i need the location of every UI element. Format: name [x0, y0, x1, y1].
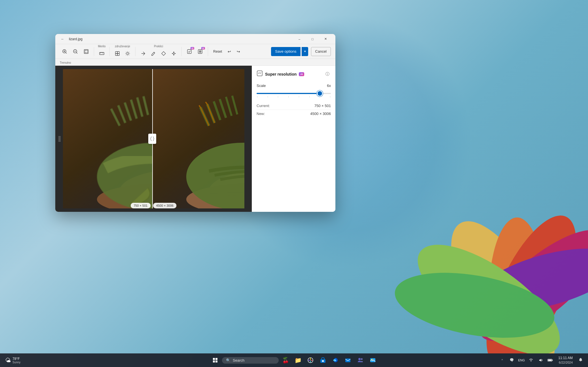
photo-left — [63, 69, 152, 208]
search-label: Search — [233, 358, 244, 362]
taskbar-right: ^ ENG 11:11 AM 6/22/2024 — [498, 355, 588, 366]
close-button[interactable]: ✕ — [319, 35, 332, 44]
brightness-button[interactable] — [123, 49, 132, 58]
svg-point-86 — [361, 358, 363, 360]
taskbar-icon-mail[interactable] — [342, 355, 354, 366]
clock[interactable]: 11:11 AM 6/22/2024 — [556, 355, 575, 366]
current-resolution-row: Current: 750 × 501 — [257, 102, 331, 110]
weather-cond: Sunny — [12, 361, 20, 364]
svg-rect-78 — [215, 358, 217, 360]
system-tray: ^ ENG — [498, 356, 555, 365]
taskbar-icon-teams[interactable] — [355, 355, 366, 366]
weather-widget[interactable]: 🌤 78°F Sunny — [3, 356, 23, 365]
taskbar-icon-photos[interactable] — [367, 355, 378, 366]
svg-point-85 — [358, 358, 361, 360]
new-value: 4500 × 3006 — [310, 112, 331, 116]
pencil-button[interactable] — [149, 49, 158, 58]
slider-ticks — [257, 96, 331, 97]
slider-container[interactable] — [257, 91, 331, 97]
preklici-button[interactable] — [138, 49, 148, 58]
weather-icon: 🌤 — [5, 357, 11, 364]
zoom-out-button[interactable] — [71, 47, 80, 56]
taskbar-icon-colorful[interactable] — [305, 355, 316, 366]
merilo-tool-button[interactable] — [97, 49, 107, 58]
svg-rect-76 — [257, 71, 262, 76]
search-bar[interactable]: 🔍 Search — [222, 357, 279, 364]
tray-language[interactable]: ENG — [517, 356, 526, 365]
svg-point-3 — [464, 213, 588, 353]
svg-rect-79 — [213, 360, 215, 362]
zdruzevanje-group: združevanje — [113, 45, 132, 58]
save-dropdown-button[interactable]: ▾ — [302, 47, 308, 56]
save-options-button[interactable]: Save options — [271, 47, 300, 56]
new-label: New: — [257, 112, 265, 116]
svg-marker-35 — [162, 52, 166, 56]
clock-date: 6/22/2024 — [558, 360, 573, 365]
reset-button[interactable]: Reset — [211, 48, 224, 55]
title-bar: ← lizard.jpg – □ ✕ — [55, 34, 335, 44]
ai-tool2-button[interactable]: AI — [195, 47, 205, 56]
svg-line-30 — [129, 55, 129, 55]
taskbar-icon-folder[interactable]: 📁 — [292, 355, 304, 366]
maximize-button[interactable]: □ — [306, 35, 319, 44]
merilo-label: Merilo — [98, 45, 105, 48]
taskbar-icon-store[interactable] — [317, 355, 329, 366]
scale-row: Scale 6x — [257, 84, 331, 88]
taskbar-icon-edge[interactable] — [330, 355, 341, 366]
slider-thumb[interactable] — [318, 91, 322, 96]
svg-rect-80 — [215, 360, 217, 362]
svg-rect-20 — [115, 52, 117, 54]
image-area[interactable]: 750 × 501 4500 × 3006 — [55, 66, 252, 212]
svg-rect-84 — [345, 359, 350, 362]
new-resolution-row: New: 4500 × 3006 — [257, 110, 331, 118]
tray-battery[interactable] — [546, 356, 555, 365]
tray-wifi[interactable] — [526, 356, 536, 365]
super-resolution-icon — [257, 70, 263, 78]
zdruzevanje-button[interactable] — [113, 49, 122, 58]
eraser-button[interactable] — [159, 49, 168, 58]
fit-button[interactable] — [81, 47, 91, 56]
start-button[interactable] — [210, 355, 221, 366]
scale-value: 6x — [327, 84, 331, 88]
minimize-button[interactable]: – — [293, 35, 306, 44]
photo-right — [152, 69, 244, 208]
svg-rect-83 — [322, 360, 324, 362]
svg-line-8 — [65, 52, 67, 54]
cancel-button[interactable]: Cancel — [311, 47, 331, 56]
undo-button[interactable]: ↩ — [225, 48, 233, 56]
svg-point-6 — [390, 262, 559, 349]
taskbar-left: 🌤 78°F Sunny — [0, 356, 57, 365]
svg-rect-14 — [84, 50, 88, 54]
ruler-side — [58, 127, 62, 150]
ai-tool1-button[interactable]: AI — [185, 47, 194, 56]
window-title: lizard.jpg — [69, 37, 291, 41]
app-window: ← lizard.jpg – □ ✕ Merilo — [55, 34, 335, 212]
svg-rect-77 — [213, 358, 215, 360]
split-handle[interactable] — [148, 134, 156, 144]
sparkle-button[interactable] — [169, 49, 179, 58]
clock-time: 11:11 AM — [558, 356, 573, 360]
svg-rect-38 — [199, 50, 201, 53]
info-button[interactable]: ⓘ — [324, 71, 331, 78]
svg-point-0 — [431, 206, 575, 353]
svg-line-29 — [126, 52, 127, 53]
notification-button[interactable] — [576, 356, 585, 365]
taskbar-icon-cherry[interactable]: 🍒 — [280, 355, 291, 366]
taskbar: 🌤 78°F Sunny 🔍 Search 🍒 � — [0, 353, 588, 367]
redo-button[interactable]: ↪ — [234, 48, 242, 56]
panel-title: Super resolution — [265, 72, 297, 76]
taskbar-center: 🔍 Search 🍒 📁 — [210, 355, 378, 366]
tray-chat[interactable] — [507, 356, 516, 365]
preklici-label: Preklici — [154, 45, 163, 48]
back-button[interactable]: ← — [59, 35, 67, 43]
tray-chevron[interactable]: ^ — [498, 356, 507, 365]
panel-title-group: Super resolution AI — [257, 70, 304, 78]
svg-point-5 — [401, 225, 576, 353]
weather-temp: 78°F — [12, 357, 20, 361]
zoom-in-button[interactable] — [60, 47, 69, 56]
tray-sound[interactable] — [536, 356, 545, 365]
slider-fill — [257, 93, 320, 94]
scale-label: Scale — [257, 84, 266, 88]
svg-point-4 — [471, 236, 588, 323]
svg-rect-22 — [115, 54, 117, 56]
